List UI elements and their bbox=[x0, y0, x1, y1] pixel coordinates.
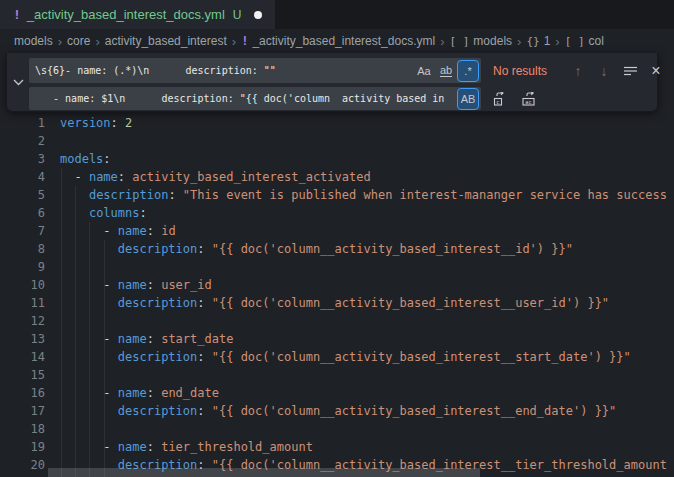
code-line[interactable]: 13 - name: start_date bbox=[0, 330, 674, 348]
modified-dot-icon[interactable] bbox=[254, 11, 262, 19]
symbol-object-icon: {} bbox=[526, 35, 539, 48]
line-content: - name: start_date bbox=[60, 330, 233, 348]
line-number: 19 bbox=[0, 438, 45, 456]
replace-button[interactable]: c bbox=[489, 88, 511, 110]
code-lines: 1version: 223models:4 - name: activity_b… bbox=[0, 114, 674, 474]
line-number: 15 bbox=[0, 366, 45, 384]
breadcrumb-label: activity_based_interest bbox=[105, 34, 227, 48]
previous-match-button[interactable]: ↑ bbox=[567, 60, 589, 82]
code-line[interactable]: 16 - name: end_date bbox=[0, 384, 674, 402]
whole-word-toggle[interactable]: ab bbox=[436, 61, 456, 81]
line-number: 14 bbox=[0, 348, 45, 366]
code-line[interactable]: 1version: 2 bbox=[0, 114, 674, 132]
breadcrumb-label: core bbox=[67, 34, 90, 48]
svg-text:c: c bbox=[496, 98, 499, 104]
preserve-case-toggle[interactable]: AB bbox=[458, 89, 478, 109]
code-line[interactable]: 7 - name: id bbox=[0, 222, 674, 240]
arrow-up-icon: ↑ bbox=[575, 63, 582, 79]
code-line[interactable]: 14 description: "{{ doc('column__activit… bbox=[0, 348, 674, 366]
breadcrumb-separator-icon: › bbox=[95, 34, 99, 49]
regex-toggle[interactable]: .* bbox=[458, 61, 478, 81]
breadcrumb-label: models bbox=[473, 34, 512, 48]
breadcrumb-item-models[interactable]: models bbox=[14, 34, 53, 48]
breadcrumb-item-1[interactable]: {}1 bbox=[526, 34, 550, 48]
breadcrumb-separator-icon: › bbox=[58, 34, 62, 49]
code-line[interactable]: 10 - name: user_id bbox=[0, 276, 674, 294]
line-number: 2 bbox=[0, 132, 45, 150]
breadcrumb-item-_activity_based_interest_docs.yml[interactable]: !_activity_based_interest_docs.yml bbox=[241, 34, 435, 48]
match-case-toggle[interactable]: Aa bbox=[414, 61, 434, 81]
arrow-down-icon: ↓ bbox=[601, 63, 608, 79]
find-in-selection-button[interactable] bbox=[619, 60, 641, 82]
line-number: 6 bbox=[0, 204, 45, 222]
replace-all-button[interactable]: ac bbox=[519, 88, 541, 110]
tab-activity-based-interest-docs[interactable]: ! _activity_based_interest_docs.yml U bbox=[0, 0, 275, 29]
breadcrumb: models›core›activity_based_interest›!_ac… bbox=[0, 29, 674, 53]
symbol-array-icon: [ ] bbox=[449, 35, 469, 48]
line-content: description: "This event is published wh… bbox=[60, 186, 667, 204]
close-find-widget-button[interactable]: × bbox=[645, 60, 667, 82]
line-content: - name: user_id bbox=[60, 276, 212, 294]
line-content: version: 2 bbox=[60, 114, 132, 132]
code-line[interactable]: 6 columns: bbox=[0, 204, 674, 222]
line-number: 9 bbox=[0, 258, 45, 276]
tab-bar: ! _activity_based_interest_docs.yml U bbox=[0, 0, 674, 29]
chevron-down-icon bbox=[13, 79, 24, 86]
code-line[interactable]: 9 bbox=[0, 258, 674, 276]
code-line[interactable]: 4 - name: activity_based_interest_activa… bbox=[0, 168, 674, 186]
line-number: 16 bbox=[0, 384, 45, 402]
line-number: 7 bbox=[0, 222, 45, 240]
find-results-label: No results bbox=[493, 64, 563, 78]
next-match-button[interactable]: ↓ bbox=[593, 60, 615, 82]
breadcrumb-item-core[interactable]: core bbox=[67, 34, 90, 48]
line-number: 1 bbox=[0, 114, 45, 132]
code-line[interactable]: 19 - name: tier_threshold_amount bbox=[0, 438, 674, 456]
close-icon: × bbox=[651, 62, 660, 80]
breadcrumb-separator-icon: › bbox=[517, 34, 521, 49]
line-content: description: "{{ doc('column__activity_b… bbox=[60, 240, 573, 258]
line-number: 10 bbox=[0, 276, 45, 294]
line-number: 13 bbox=[0, 330, 45, 348]
code-line[interactable]: 11 description: "{{ doc('column__activit… bbox=[0, 294, 674, 312]
replace-all-icon: ac bbox=[522, 92, 539, 106]
line-content: - name: id bbox=[60, 222, 176, 240]
breadcrumb-item-activity_based_interest[interactable]: activity_based_interest bbox=[105, 34, 227, 48]
line-number: 20 bbox=[0, 456, 45, 474]
breadcrumb-separator-icon: › bbox=[440, 34, 444, 49]
editor-code-area[interactable]: 1version: 223models:4 - name: activity_b… bbox=[0, 53, 674, 477]
breadcrumb-separator-icon: › bbox=[555, 34, 559, 49]
replace-input[interactable]: - name: $1\n description: "{{ doc('colum… bbox=[29, 87, 481, 110]
line-number: 4 bbox=[0, 168, 45, 186]
vscode-window: ! _activity_based_interest_docs.yml U mo… bbox=[0, 0, 674, 477]
find-input[interactable]: \s{6}- name: (.*)\n description: "" Aaab… bbox=[29, 58, 481, 83]
find-replace-widget: \s{6}- name: (.*)\n description: "" Aaab… bbox=[6, 53, 658, 112]
code-line[interactable]: 18 bbox=[0, 420, 674, 438]
code-line[interactable]: 5 description: "This event is published … bbox=[0, 186, 674, 204]
line-content: models: bbox=[60, 150, 111, 168]
breadcrumb-label: models bbox=[14, 34, 53, 48]
toggle-replace-chevron[interactable] bbox=[7, 53, 29, 111]
breadcrumb-item-models[interactable]: [ ]models bbox=[449, 34, 512, 48]
replace-icon: c bbox=[493, 92, 508, 106]
line-content: description: "{{ doc('column__activity_b… bbox=[60, 402, 616, 420]
breadcrumb-label: col bbox=[589, 34, 604, 48]
yaml-file-icon: ! bbox=[13, 7, 21, 22]
line-number: 18 bbox=[0, 420, 45, 438]
svg-text:ac: ac bbox=[525, 98, 532, 104]
git-status-badge: U bbox=[233, 8, 242, 22]
breadcrumb-label: _activity_based_interest_docs.yml bbox=[252, 34, 435, 48]
code-line[interactable]: 12 bbox=[0, 312, 674, 330]
code-line[interactable]: 3models: bbox=[0, 150, 674, 168]
line-number: 3 bbox=[0, 150, 45, 168]
line-content: - name: tier_threshold_amount bbox=[60, 438, 313, 456]
line-number: 11 bbox=[0, 294, 45, 312]
symbol-array-icon: [ ] bbox=[565, 35, 585, 48]
code-line[interactable]: 15 bbox=[0, 366, 674, 384]
breadcrumb-item-col[interactable]: [ ]col bbox=[565, 34, 604, 48]
code-line[interactable]: 17 description: "{{ doc('column__activit… bbox=[0, 402, 674, 420]
code-line[interactable]: 8 description: "{{ doc('column__activity… bbox=[0, 240, 674, 258]
horizontal-scrollbar[interactable] bbox=[48, 468, 480, 477]
line-content: - name: end_date bbox=[60, 384, 219, 402]
line-content: columns: bbox=[60, 204, 147, 222]
code-line[interactable]: 2 bbox=[0, 132, 674, 150]
